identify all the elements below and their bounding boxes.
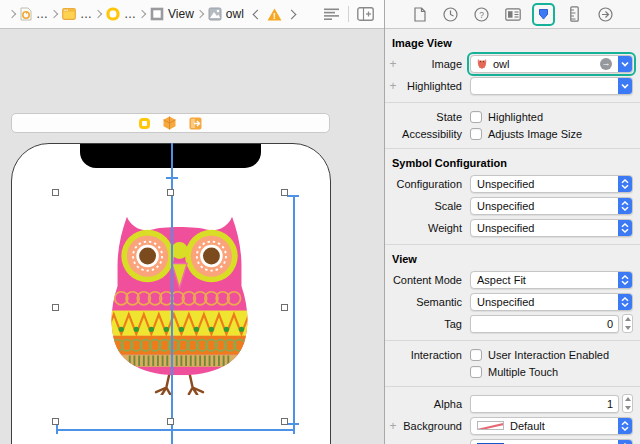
separator bbox=[385, 148, 640, 149]
add-attribute-button[interactable]: + bbox=[385, 58, 401, 70]
inspector-tab-bar: ? bbox=[385, 0, 640, 29]
view-icon bbox=[150, 7, 164, 21]
semantic-popup[interactable]: Unspecified bbox=[470, 293, 633, 311]
image-view-icon bbox=[208, 7, 222, 21]
selection-handle[interactable] bbox=[52, 189, 59, 196]
quick-help-inspector-icon[interactable]: ? bbox=[472, 5, 491, 24]
tint-popup[interactable]: Default bbox=[470, 439, 633, 444]
connections-inspector-icon[interactable] bbox=[596, 5, 615, 24]
first-responder-icon[interactable] bbox=[163, 116, 176, 130]
chevron-separator-icon bbox=[138, 10, 146, 18]
state-row: State Highlighted bbox=[385, 109, 640, 125]
multiple-touch-checkbox[interactable] bbox=[470, 366, 482, 378]
view-controller-icon[interactable] bbox=[139, 118, 150, 129]
tag-field[interactable]: 0 bbox=[470, 315, 619, 333]
adjusts-image-size-checkbox[interactable] bbox=[470, 128, 482, 140]
selection-handle[interactable] bbox=[281, 304, 288, 311]
next-issue-icon[interactable] bbox=[286, 9, 296, 19]
jump-bar: … … … View bbox=[0, 0, 384, 29]
section-title: Image View bbox=[392, 37, 640, 49]
popup-chevrons-icon bbox=[618, 272, 632, 288]
selection-handle[interactable] bbox=[281, 418, 288, 425]
issue-navigation: ! bbox=[254, 8, 295, 21]
selection-handle[interactable] bbox=[167, 189, 174, 196]
jumpbar-segment-label: … bbox=[124, 7, 136, 21]
identity-inspector-icon[interactable] bbox=[503, 5, 522, 24]
separator bbox=[385, 386, 640, 387]
highlighted-checkbox[interactable] bbox=[470, 111, 482, 123]
bottom-measure-right-tick bbox=[293, 425, 295, 434]
exit-icon[interactable] bbox=[189, 117, 202, 130]
accessibility-option-label: Adjusts Image Size bbox=[488, 128, 582, 140]
alpha-stepper[interactable] bbox=[622, 394, 633, 413]
image-combobox[interactable]: owl → bbox=[470, 55, 633, 73]
tag-stepper[interactable] bbox=[622, 314, 633, 333]
background-popup[interactable]: Default bbox=[470, 417, 633, 435]
scene-dock bbox=[11, 113, 330, 133]
interaction-row: Interaction User Interaction Enabled bbox=[385, 347, 640, 363]
user-interaction-checkbox[interactable] bbox=[470, 349, 482, 361]
add-attribute-button[interactable]: + bbox=[385, 420, 401, 432]
attributes-inspector-icon[interactable] bbox=[534, 5, 553, 24]
image-row: + Image owl → bbox=[385, 53, 640, 74]
selection-handle[interactable] bbox=[52, 418, 59, 425]
jumpbar-segment-owl[interactable]: owl bbox=[208, 7, 244, 21]
selection-handle[interactable] bbox=[281, 189, 288, 196]
content-mode-popup[interactable]: Aspect Fit bbox=[470, 271, 633, 289]
reveal-arrow-icon[interactable]: → bbox=[600, 58, 612, 70]
toolbar-divider bbox=[348, 6, 349, 22]
xcode-window: … … … View bbox=[0, 0, 640, 444]
file-inspector-icon[interactable] bbox=[410, 5, 429, 24]
semantic-row: Semantic Unspecified bbox=[385, 291, 640, 312]
image-label: Image bbox=[401, 58, 470, 70]
owl-image-view[interactable] bbox=[101, 211, 258, 395]
tag-label: Tag bbox=[401, 318, 470, 330]
dropdown-chevron-icon[interactable] bbox=[618, 78, 632, 94]
bottom-measure-left-tick bbox=[56, 425, 58, 434]
configuration-label: Configuration bbox=[397, 178, 470, 190]
background-label: Background bbox=[401, 420, 470, 432]
dropdown-chevron-icon[interactable] bbox=[618, 56, 632, 72]
state-label: State bbox=[401, 111, 470, 123]
weight-popup[interactable]: Unspecified bbox=[470, 219, 633, 237]
chevron-separator-icon bbox=[50, 10, 58, 18]
content-mode-row: Content Mode Aspect Fit bbox=[385, 269, 640, 290]
configuration-popup[interactable]: Unspecified bbox=[470, 175, 633, 193]
jumpbar-segment-view[interactable]: View bbox=[150, 7, 194, 21]
image-value: owl bbox=[493, 58, 600, 70]
selection-handle[interactable] bbox=[52, 304, 59, 311]
interaction-option-label: User Interaction Enabled bbox=[488, 349, 609, 361]
alpha-field[interactable]: 1 bbox=[470, 395, 619, 413]
scale-row: Scale Unspecified bbox=[385, 195, 640, 216]
tag-row: Tag 0 bbox=[385, 313, 640, 334]
warning-icon[interactable]: ! bbox=[267, 8, 282, 21]
popup-chevrons-icon bbox=[618, 440, 632, 444]
scale-popup[interactable]: Unspecified bbox=[470, 197, 633, 215]
owl-thumbnail-icon bbox=[477, 58, 487, 70]
content-mode-label: Content Mode bbox=[393, 274, 470, 286]
storyboard-canvas[interactable] bbox=[0, 29, 384, 444]
add-editor-icon[interactable] bbox=[357, 7, 374, 21]
popup-chevrons-icon bbox=[618, 220, 632, 236]
jumpbar-segment-window[interactable]: … bbox=[62, 7, 92, 21]
previous-issue-icon[interactable] bbox=[252, 9, 262, 19]
editor-options-icon[interactable] bbox=[324, 8, 340, 21]
accessibility-row: Accessibility Adjusts Image Size bbox=[385, 126, 640, 142]
window-icon bbox=[62, 8, 76, 20]
alpha-row: Alpha 1 bbox=[385, 393, 640, 414]
jumpbar-segment-storyboard[interactable]: … bbox=[20, 7, 48, 21]
chevron-separator-icon bbox=[196, 10, 204, 18]
history-inspector-icon[interactable] bbox=[441, 5, 460, 24]
size-inspector-icon[interactable] bbox=[565, 5, 584, 24]
add-attribute-button[interactable]: + bbox=[385, 80, 401, 92]
scale-label: Scale bbox=[401, 200, 470, 212]
highlighted-combobox[interactable] bbox=[470, 77, 633, 95]
selection-handle[interactable] bbox=[167, 418, 174, 425]
tint-row: + Tint Default bbox=[385, 437, 640, 444]
chevron-separator-icon bbox=[8, 10, 16, 18]
jumpbar-segment-view-controller[interactable]: … bbox=[106, 7, 136, 21]
jumpbar-segment-label: View bbox=[168, 7, 194, 21]
highlighted-label: Highlighted bbox=[401, 80, 470, 92]
popup-chevrons-icon bbox=[618, 418, 632, 434]
top-spacing-tick bbox=[166, 177, 178, 179]
